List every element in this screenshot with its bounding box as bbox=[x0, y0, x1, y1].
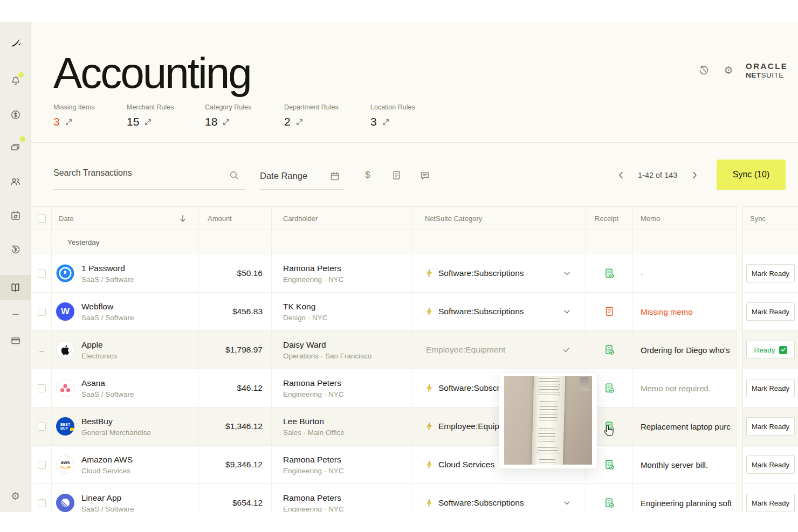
cardholder-dept: Engineering · NYC bbox=[283, 275, 344, 284]
stat-location-rules: Location Rules 3 bbox=[370, 103, 415, 128]
sidebar-item-credit-card[interactable] bbox=[0, 329, 31, 353]
cardholder-dept: Engineering · NYC bbox=[283, 505, 344, 513]
sync-button[interactable]: Sync (10) bbox=[717, 160, 786, 190]
app-logo[interactable] bbox=[0, 31, 31, 54]
chevron-left-icon bbox=[618, 171, 623, 179]
cardholder-name: Ramona Peters bbox=[283, 455, 344, 465]
select-all-checkbox[interactable] bbox=[38, 215, 46, 223]
mark-ready-button[interactable]: Mark Ready bbox=[746, 417, 795, 436]
row-checkbox[interactable] bbox=[38, 270, 46, 278]
stat-value: 3 bbox=[53, 115, 60, 128]
sort-desc-icon[interactable] bbox=[179, 215, 187, 223]
pagination-range: 1-42 of 143 bbox=[638, 171, 677, 179]
sync-column: Sync Mark Ready Mark Ready Ready Mark Re… bbox=[742, 206, 798, 512]
merchant-name: Amazon AWS bbox=[81, 455, 133, 465]
merchant-logo-bestbuy: BESTBUY bbox=[56, 417, 74, 436]
auto-rule-bolt-icon bbox=[426, 422, 432, 431]
oracle-wordmark: ORACLE bbox=[746, 61, 794, 71]
sidebar-item-refunds[interactable] bbox=[0, 238, 31, 261]
group-label: Yesterday bbox=[52, 238, 100, 246]
memo: Monthly server bill. bbox=[633, 446, 737, 483]
receipt-preview-popup bbox=[499, 372, 597, 469]
sidebar-item-people[interactable] bbox=[0, 170, 31, 194]
cardholder-name: Ramona Peters bbox=[283, 493, 344, 503]
category-dropdown[interactable]: Software:Subscriptions bbox=[412, 293, 586, 330]
row-dash-indicator[interactable]: – bbox=[39, 346, 44, 355]
cardholder-dept: Engineering · NYC bbox=[283, 390, 344, 398]
category-dropdown[interactable]: Software:Subscriptions bbox=[412, 254, 586, 292]
memo: Replacement laptop purc bbox=[633, 407, 737, 445]
amount: $654.12 bbox=[199, 484, 272, 512]
settings-button[interactable]: ⚙ bbox=[722, 64, 735, 77]
sidebar-item-billing[interactable] bbox=[0, 103, 31, 127]
mark-ready-button[interactable]: Mark Ready bbox=[746, 264, 795, 282]
row-checkbox[interactable] bbox=[38, 384, 46, 392]
cardholder-dept: Operations · San Francisco bbox=[283, 352, 372, 360]
paper-receipt bbox=[531, 376, 565, 465]
merchant-category: SaaS / Software bbox=[81, 275, 134, 284]
sidebar-item-calendar-sync[interactable] bbox=[0, 204, 31, 227]
row-checkbox[interactable] bbox=[38, 423, 46, 431]
receipt-preview-button[interactable] bbox=[586, 254, 633, 292]
prev-page-button[interactable] bbox=[615, 170, 626, 181]
stat-merchant-rules: Merchant Rules 15 bbox=[127, 103, 174, 128]
netsuite-wordmark: NETSUITE bbox=[746, 71, 794, 79]
table-header-row: Date Amount Cardholder NetSuite Category… bbox=[32, 206, 737, 230]
merchant-logo-1password bbox=[56, 264, 74, 282]
next-page-button[interactable] bbox=[689, 170, 700, 181]
expand-icon[interactable] bbox=[65, 119, 72, 126]
mark-ready-button[interactable]: Mark Ready bbox=[746, 455, 795, 474]
expand-icon[interactable] bbox=[296, 119, 303, 126]
receipt-missing-button[interactable] bbox=[586, 293, 633, 330]
merchant-category: Electronics bbox=[81, 352, 117, 360]
amount: $1,798.97 bbox=[199, 331, 272, 369]
cardholder-name: Daisy Ward bbox=[283, 340, 372, 350]
table-row: BESTBUY BestBuyGeneral Merchandise $1,34… bbox=[32, 407, 737, 446]
ready-checkbox[interactable] bbox=[779, 346, 787, 354]
expand-icon[interactable] bbox=[223, 119, 230, 126]
expand-icon[interactable] bbox=[382, 119, 389, 126]
ready-button[interactable]: Ready bbox=[746, 341, 795, 359]
row-checkbox[interactable] bbox=[38, 461, 46, 469]
row-checkbox[interactable] bbox=[38, 499, 46, 507]
mark-ready-button[interactable]: Mark Ready bbox=[746, 379, 795, 397]
receipt-missing-icon bbox=[604, 306, 614, 317]
bestbuy-tag bbox=[70, 428, 74, 431]
stat-value: 3 bbox=[370, 115, 377, 128]
sidebar-item-cards[interactable] bbox=[0, 135, 31, 159]
sidebar-item-settings[interactable]: ⚙ bbox=[0, 484, 31, 508]
document-icon bbox=[392, 170, 401, 180]
row-checkbox[interactable] bbox=[38, 308, 46, 316]
receipt-preview-button[interactable] bbox=[586, 331, 633, 369]
merchant-category: SaaS / Software bbox=[81, 390, 134, 398]
merchant-name: 1 Password bbox=[81, 264, 134, 273]
merchant-logo-apple bbox=[56, 341, 74, 359]
expand-icon[interactable] bbox=[145, 119, 152, 126]
cardholder-dept: Sales · Main Office bbox=[283, 429, 345, 437]
sidebar-item-collapsed[interactable] bbox=[0, 302, 31, 326]
receipt-preview-button[interactable] bbox=[586, 484, 633, 512]
receipt-ok-icon bbox=[604, 344, 615, 355]
gear-icon: ⚙ bbox=[724, 65, 733, 75]
merchant-logo-asana bbox=[56, 379, 74, 397]
date-range-filter[interactable]: Date Range bbox=[260, 163, 344, 190]
app-window: ⚙ Accounting ⚙ ORACLE NETSUITE Missing I… bbox=[0, 0, 798, 532]
stat-value: 2 bbox=[284, 115, 291, 128]
search-input[interactable] bbox=[53, 163, 245, 183]
column-header-date[interactable]: Date bbox=[52, 207, 199, 230]
sidebar-item-accounting[interactable] bbox=[0, 275, 31, 300]
ramp-logo-icon bbox=[10, 37, 22, 48]
sidebar-item-notifications[interactable] bbox=[0, 69, 31, 93]
memo-filter-button[interactable] bbox=[416, 166, 434, 184]
receipt-filter-button[interactable] bbox=[387, 166, 405, 184]
receipt-ok-icon bbox=[604, 383, 615, 393]
memo: Missing memo bbox=[633, 293, 737, 330]
stat-category-rules: Category Rules 18 bbox=[205, 103, 251, 128]
mark-ready-button[interactable]: Mark Ready bbox=[746, 494, 795, 512]
mark-ready-button[interactable]: Mark Ready bbox=[746, 302, 795, 321]
auto-rule-bolt-icon bbox=[426, 499, 432, 507]
history-button[interactable] bbox=[697, 64, 710, 77]
amount-filter-button[interactable]: $ bbox=[359, 166, 377, 184]
date-range-label: Date Range bbox=[260, 171, 307, 181]
category-dropdown[interactable]: Software:Subscriptions bbox=[412, 484, 586, 512]
